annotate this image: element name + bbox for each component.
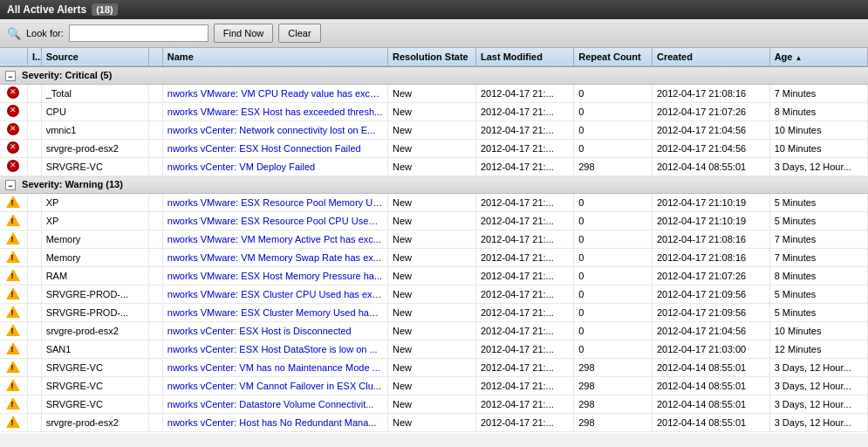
table-row[interactable]: _Total nworks VMware: VM CPU Ready value… [0,85,868,103]
alert-name-link[interactable]: nworks VMware: ESX Cluster Memory Used h… [167,307,385,318]
alert-name-link[interactable]: nworks VMware: VM CPU Ready value has ex… [167,88,384,99]
alert-name-link[interactable]: nworks vCenter: Datastore Volume Connect… [167,399,374,409]
table-row[interactable]: Memory nworks VMware: VM Memory Swap Rat… [0,249,868,267]
row-name-icon [149,158,163,176]
row-name-icon [149,230,163,249]
row-repeat: 0 [574,103,653,121]
alerts-table: I... Source Name Resolution State Last M… [0,48,868,432]
col-header-id[interactable]: I... [27,48,41,66]
row-name[interactable]: nworks vCenter: Host has No Redundant Ma… [162,414,387,432]
table-row[interactable]: SRVGRE-PROD-... nworks VMware: ESX Clust… [0,285,868,304]
row-age: 8 Minutes [769,103,867,121]
table-row[interactable]: SRVGRE-VC nworks vCenter: VM has no Main… [0,359,868,377]
row-state: New [387,304,475,322]
col-header-name[interactable]: Name [162,48,387,66]
row-state: New [387,230,475,249]
col-header-repeat[interactable]: Repeat Count [574,48,653,66]
table-row[interactable]: SRVGRE-VC nworks vCenter: Datastore Volu… [0,395,868,414]
warning-icon [6,397,20,409]
col-header-source[interactable]: Source [41,48,148,66]
alert-name-link[interactable]: nworks vCenter: ESX Host is Disconnected [167,326,352,336]
row-name[interactable]: nworks VMware: ESX Resource Pool CPU Use… [162,212,387,230]
row-severity-icon [0,158,27,176]
alert-name-link[interactable]: nworks VMware: VM Memory Swap Rate has e… [167,252,381,263]
row-modified: 2012-04-17 21:... [475,194,573,212]
alert-name-link[interactable]: nworks VMware: ESX Resource Pool CPU Use… [167,216,385,226]
alert-name-link[interactable]: nworks vCenter: ESX Host DataStore is lo… [167,344,378,354]
title-text: All Active Alerts [7,3,86,16]
table-row[interactable]: CPU nworks VMware: ESX Host has exceeded… [0,103,868,121]
row-name[interactable]: nworks VMware: ESX Host Memory Pressure … [162,267,387,285]
col-header-icon[interactable] [0,48,27,66]
table-row[interactable]: XP nworks VMware: ESX Resource Pool CPU … [0,212,868,230]
table-row[interactable]: RAM nworks VMware: ESX Host Memory Press… [0,267,868,285]
row-state: New [387,85,475,103]
critical-icon [7,123,19,135]
row-repeat: 0 [574,285,653,304]
row-created: 2012-04-14 08:55:01 [652,158,769,176]
row-name[interactable]: nworks VMware: ESX Host has exceeded thr… [162,103,387,121]
row-source: SRVGRE-VC [41,377,148,395]
row-severity-icon [0,121,27,140]
alert-name-link[interactable]: nworks vCenter: VM Cannot Failover in ES… [167,381,381,391]
severity-header-critical[interactable]: − Severity: Critical (5) [0,66,868,85]
collapse-btn-warning[interactable]: − [5,180,16,190]
row-name[interactable]: nworks VMware: ESX Cluster CPU Used has … [162,285,387,304]
alert-name-link[interactable]: nworks vCenter: Host has No Redundant Ma… [167,417,377,428]
row-severity-icon [0,249,27,267]
alert-name-link[interactable]: nworks VMware: ESX Cluster CPU Used has … [167,289,385,299]
alert-name-link[interactable]: nworks VMware: VM Memory Active Pct has … [167,234,381,244]
table-row[interactable]: srvgre-prod-esx2 nworks vCenter: ESX Hos… [0,140,868,158]
col-header-age[interactable]: Age [769,48,867,66]
find-now-button[interactable]: Find Now [214,24,273,43]
row-name[interactable]: nworks vCenter: ESX Host DataStore is lo… [162,340,387,359]
col-header-created[interactable]: Created [652,48,769,66]
row-age: 3 Days, 12 Hour... [769,395,867,414]
alert-name-link[interactable]: nworks vCenter: VM has no Maintenance Mo… [167,362,380,373]
alert-name-link[interactable]: nworks VMware: ESX Host Memory Pressure … [167,271,382,281]
row-name[interactable]: nworks VMware: VM Memory Active Pct has … [162,230,387,249]
row-name[interactable]: nworks vCenter: ESX Host Connection Fail… [162,140,387,158]
row-id [27,212,41,230]
table-row[interactable]: vmnic1 nworks vCenter: Network connectiv… [0,121,868,140]
row-age: 5 Minutes [769,304,867,322]
row-name[interactable]: nworks VMware: ESX Cluster Memory Used h… [162,304,387,322]
col-header-state[interactable]: Resolution State [387,48,475,66]
table-row[interactable]: SRVGRE-PROD-... nworks VMware: ESX Clust… [0,304,868,322]
severity-header-warning[interactable]: − Severity: Warning (13) [0,176,868,194]
row-created: 2012-04-14 08:55:01 [652,395,769,414]
collapse-btn-critical[interactable]: − [5,71,16,81]
row-modified: 2012-04-17 21:... [475,121,573,140]
row-name[interactable]: nworks vCenter: VM Deploy Failed [162,158,387,176]
row-name[interactable]: nworks vCenter: Network connectivity los… [162,121,387,140]
row-repeat: 0 [574,212,653,230]
row-repeat: 0 [574,322,653,340]
row-name[interactable]: nworks vCenter: VM Cannot Failover in ES… [162,377,387,395]
row-name[interactable]: nworks VMware: VM CPU Ready value has ex… [162,85,387,103]
table-row[interactable]: XP nworks VMware: ESX Resource Pool Memo… [0,194,868,212]
alert-name-link[interactable]: nworks VMware: ESX Resource Pool Memory … [167,197,386,208]
clear-button[interactable]: Clear [278,24,320,43]
table-row[interactable]: SAN1 nworks vCenter: ESX Host DataStore … [0,340,868,359]
row-name-icon [149,103,163,121]
table-row[interactable]: SRVGRE-VC nworks vCenter: VM Cannot Fail… [0,377,868,395]
alert-name-link[interactable]: nworks vCenter: VM Deploy Failed [167,162,315,172]
table-row[interactable]: Memory nworks VMware: VM Memory Active P… [0,230,868,249]
row-id [27,304,41,322]
search-input[interactable] [69,24,208,42]
row-name[interactable]: nworks VMware: VM Memory Swap Rate has e… [162,249,387,267]
row-name[interactable]: nworks VMware: ESX Resource Pool Memory … [162,194,387,212]
table-row[interactable]: SRVGRE-VC nworks vCenter: VM Deploy Fail… [0,158,868,176]
row-name[interactable]: nworks vCenter: VM has no Maintenance Mo… [162,359,387,377]
alert-name-link[interactable]: nworks vCenter: ESX Host Connection Fail… [167,143,361,154]
row-name[interactable]: nworks vCenter: ESX Host is Disconnected [162,322,387,340]
row-modified: 2012-04-17 21:... [475,249,573,267]
alert-name-link[interactable]: nworks vCenter: Network connectivity los… [167,125,375,135]
col-header-modified[interactable]: Last Modified [475,48,573,66]
warning-icon [6,324,20,336]
table-row[interactable]: srvgre-prod-esx2 nworks vCenter: ESX Hos… [0,322,868,340]
table-row[interactable]: srvgre-prod-esx2 nworks vCenter: Host ha… [0,414,868,432]
col-header-name-icon[interactable] [149,48,163,66]
row-name[interactable]: nworks vCenter: Datastore Volume Connect… [162,395,387,414]
alert-name-link[interactable]: nworks VMware: ESX Host has exceeded thr… [167,107,382,117]
